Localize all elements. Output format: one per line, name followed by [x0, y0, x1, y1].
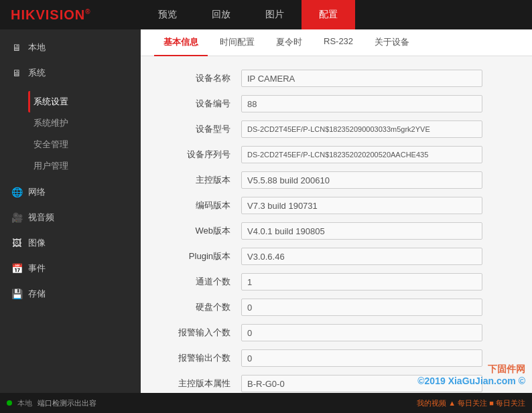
input-alarm-out[interactable] — [241, 349, 482, 367]
input-encode-version[interactable] — [241, 197, 482, 214]
sidebar-sub-system-settings[interactable]: 系统设置 — [28, 91, 141, 112]
sidebar-sub-system: 系统设置 系统维护 安全管理 用户管理 — [0, 86, 141, 179]
input-main-version[interactable] — [241, 171, 482, 189]
label-web-version: Web版本 — [161, 225, 241, 237]
label-device-model: 设备型号 — [161, 123, 241, 135]
field-row-web-version: Web版本 — [161, 222, 512, 240]
input-main-version-attr[interactable] — [241, 375, 482, 392]
top-navigation: HIKVISION® 预览 回放 图片 配置 — [0, 0, 532, 29]
sidebar-label-network: 网络 — [28, 186, 46, 198]
input-web-version[interactable] — [241, 222, 482, 240]
nav-picture[interactable]: 图片 — [248, 0, 302, 29]
storage-icon: 💾 — [11, 288, 23, 299]
field-row-encode-version: 编码版本 — [161, 197, 512, 214]
bottom-right-links: 我的视频 ▲ 每日关注 ■ 每日关注 — [417, 398, 525, 408]
sidebar-item-system[interactable]: 🖥 系统 — [0, 60, 141, 86]
sub-tabs: 基本信息 时间配置 夏令时 RS-232 关于设备 — [141, 29, 532, 56]
system-icon: 🖥 — [11, 68, 23, 78]
nav-items: 预览 回放 图片 配置 — [141, 0, 532, 29]
input-serial-no[interactable] — [241, 146, 482, 163]
event-icon: 📅 — [11, 263, 23, 274]
label-device-name: 设备名称 — [161, 72, 241, 84]
field-row-device-no: 设备编号 — [161, 95, 512, 112]
input-disk-count[interactable] — [241, 299, 482, 316]
input-channel-count[interactable] — [241, 273, 482, 291]
label-channel-count: 通道个数 — [161, 276, 241, 288]
tab-time-config[interactable]: 时间配置 — [210, 29, 264, 56]
field-row-disk-count: 硬盘个数 — [161, 299, 512, 316]
sidebar: 🖥 本地 🖥 系统 系统设置 系统维护 安全管理 用户管理 🌐 网络 🎥 视音频… — [0, 29, 141, 393]
sidebar-item-network[interactable]: 🌐 网络 — [0, 179, 141, 205]
field-row-main-version: 主控版本 — [161, 171, 512, 189]
label-alarm-out: 报警输出个数 — [161, 352, 241, 364]
logo-area: HIKVISION® — [0, 7, 141, 23]
sidebar-label-storage: 存储 — [28, 288, 46, 300]
sidebar-sub-security[interactable]: 安全管理 — [28, 134, 141, 155]
input-device-name[interactable] — [241, 70, 482, 87]
bottom-check-label: 端口检测示出出容 — [38, 398, 96, 408]
input-plugin-version[interactable] — [241, 248, 482, 265]
sidebar-label-system: 系统 — [28, 67, 46, 79]
image-icon: 🖼 — [11, 238, 23, 248]
label-device-no: 设备编号 — [161, 98, 241, 110]
field-row-serial-no: 设备序列号 — [161, 146, 512, 163]
field-row-alarm-out: 报警输出个数 — [161, 349, 512, 367]
monitor-icon: 🖥 — [11, 42, 23, 53]
field-row-channel-count: 通道个数 — [161, 273, 512, 291]
tab-about-device[interactable]: 关于设备 — [365, 29, 419, 56]
sidebar-item-audio-video[interactable]: 🎥 视音频 — [0, 205, 141, 230]
label-plugin-version: Plugin版本 — [161, 250, 241, 262]
main-layout: 🖥 本地 🖥 系统 系统设置 系统维护 安全管理 用户管理 🌐 网络 🎥 视音频… — [0, 29, 532, 393]
logo-text: HIKVISION® — [11, 7, 91, 23]
sidebar-item-image[interactable]: 🖼 图像 — [0, 230, 141, 256]
bottom-bar: 本地 端口检测示出出容 我的视频 ▲ 每日关注 ■ 每日关注 — [0, 393, 532, 413]
field-row-plugin-version: Plugin版本 — [161, 248, 512, 265]
status-dot — [7, 400, 12, 406]
sidebar-label-audio-video: 视音频 — [28, 212, 54, 224]
content-area: 基本信息 时间配置 夏令时 RS-232 关于设备 设备名称 设备编号 设备型号… — [141, 29, 532, 393]
nav-config[interactable]: 配置 — [302, 0, 355, 29]
sidebar-item-event[interactable]: 📅 事件 — [0, 256, 141, 281]
sidebar-label-event: 事件 — [28, 262, 46, 274]
label-main-version-attr: 主控版本属性 — [161, 378, 241, 390]
video-icon: 🎥 — [11, 212, 23, 223]
sidebar-sub-user[interactable]: 用户管理 — [28, 155, 141, 177]
field-row-main-version-attr: 主控版本属性 — [161, 375, 512, 392]
sidebar-item-storage[interactable]: 💾 存储 — [0, 281, 141, 307]
label-alarm-in: 报警输入个数 — [161, 327, 241, 339]
label-encode-version: 编码版本 — [161, 199, 241, 212]
sidebar-item-local[interactable]: 🖥 本地 — [0, 35, 141, 60]
input-device-no[interactable] — [241, 95, 482, 112]
input-alarm-in[interactable] — [241, 324, 482, 341]
field-row-device-model: 设备型号 — [161, 120, 512, 138]
network-icon: 🌐 — [11, 187, 23, 197]
label-disk-count: 硬盘个数 — [161, 301, 241, 313]
field-row-device-name: 设备名称 — [161, 70, 512, 87]
nav-playback[interactable]: 回放 — [194, 0, 248, 29]
label-serial-no: 设备序列号 — [161, 149, 241, 161]
tab-basic-info[interactable]: 基本信息 — [154, 29, 208, 56]
logo-reg: ® — [85, 8, 90, 15]
sidebar-sub-system-maintenance[interactable]: 系统维护 — [28, 112, 141, 134]
sidebar-label-local: 本地 — [28, 42, 46, 54]
tab-rs232[interactable]: RS-232 — [314, 29, 362, 56]
tab-dst[interactable]: 夏令时 — [267, 29, 312, 56]
input-device-model[interactable] — [241, 120, 482, 138]
bottom-status-label: 本地 — [17, 398, 32, 408]
form-area: 设备名称 设备编号 设备型号 设备序列号 主控版本 编码版本 — [141, 56, 532, 393]
label-main-version: 主控版本 — [161, 174, 241, 186]
logo-brand: HIKVISION — [11, 7, 85, 22]
field-row-alarm-in: 报警输入个数 — [161, 324, 512, 341]
nav-preview[interactable]: 预览 — [141, 0, 194, 29]
sidebar-label-image: 图像 — [28, 237, 46, 249]
